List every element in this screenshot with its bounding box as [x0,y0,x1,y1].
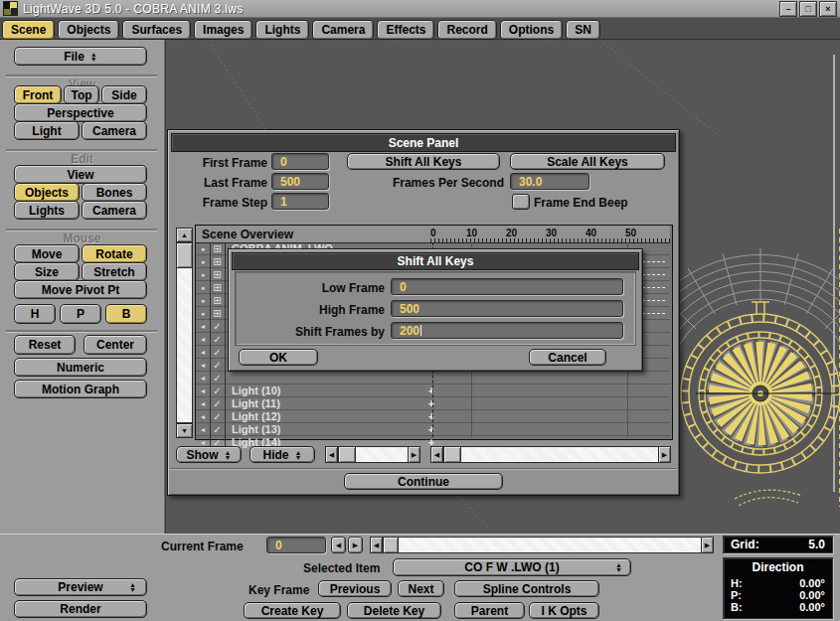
view-side-button[interactable]: Side [101,85,147,104]
bottom-toolbar: Current Frame 0 ◀ ▶ ◀ ▶ Grid: 5.0 Select… [0,534,840,621]
list-hscroll-thumb[interactable] [338,446,356,463]
divider [6,75,157,77]
low-frame-field[interactable]: 0 [391,278,623,295]
edit-bones-button[interactable]: Bones [82,183,147,202]
shift-dialog-title[interactable]: Shift All Keys [232,252,639,270]
view-perspective-button[interactable]: Perspective [14,103,147,122]
show-menu-button[interactable]: Show ▲▼ [176,446,242,463]
continue-button[interactable]: Continue [344,473,503,490]
tab-effects[interactable]: Effects [377,20,434,40]
edit-view-button[interactable]: View [14,165,147,184]
frame-slider-thumb[interactable] [383,537,399,553]
vertical-scrollbar-thumb[interactable] [176,242,193,268]
ruler-tick-40: 40 [586,228,596,238]
view-camera-button[interactable]: Camera [82,121,147,140]
spline-controls-button[interactable]: Spline Controls [454,580,599,597]
track-hscroll-track[interactable] [430,446,671,463]
list-hscroll-right[interactable]: ▶ [408,446,420,463]
scroll-down-button[interactable]: ▼ [176,423,193,438]
fps-label: Frames Per Second [367,176,504,190]
edit-lights-button[interactable]: Lights [14,201,80,220]
scale-all-keys-button[interactable]: Scale All Keys [510,153,665,170]
center-button[interactable]: Center [84,335,147,355]
frame-slider-track[interactable] [370,537,714,553]
mouse-rotate-button[interactable]: Rotate [82,244,147,263]
next-key-button[interactable]: Next [398,580,444,597]
spinner-icon: ▲▼ [129,582,136,592]
frame-forward-button[interactable]: ▶ [348,537,363,553]
track-hscroll-thumb[interactable] [443,446,461,463]
last-frame-field[interactable]: 500 [271,173,329,190]
light-row-label[interactable]: Light (12) [232,410,281,423]
move-pivot-button[interactable]: Move Pivot Pt [14,280,147,299]
tab-scene[interactable]: Scene [2,20,55,40]
track-hscroll-right[interactable]: ▶ [658,446,671,463]
show-label: Show [187,448,219,462]
list-hscroll-left[interactable]: ◀ [325,446,338,463]
mouse-stretch-button[interactable]: Stretch [82,262,147,281]
track-hscroll-left[interactable]: ◀ [430,446,443,463]
close-button[interactable]: × [819,1,837,17]
view-light-button[interactable]: Light [14,121,80,140]
frame-slider-left[interactable]: ◀ [370,537,383,553]
vertical-scrollbar-track[interactable] [176,242,193,423]
tab-sn[interactable]: SN [566,20,600,40]
bank-button[interactable]: B [105,304,147,324]
scroll-up-button[interactable]: ▲ [176,228,193,242]
cancel-button[interactable]: Cancel [529,349,606,366]
selected-item-dropdown[interactable]: CO F W .LWO (1) ▲▼ [393,558,631,576]
create-key-button[interactable]: Create Key [244,602,341,619]
first-frame-field[interactable]: 0 [271,153,329,170]
maximize-button[interactable]: □ [799,1,817,17]
titlebar[interactable]: LightWave 3D 5.0 - COBRA ANIM 3.lws – □ … [0,0,840,18]
shift-all-keys-button[interactable]: Shift All Keys [347,153,500,170]
selected-item-label: Selected Item [303,561,380,575]
tab-lights[interactable]: Lights [255,20,309,40]
mouse-size-button[interactable]: Size [14,262,80,281]
tab-objects[interactable]: Objects [58,20,119,40]
light-row-label[interactable]: Light (11) [232,397,280,410]
pitch-button[interactable]: P [60,304,101,324]
mouse-move-button[interactable]: Move [14,244,80,263]
numeric-button[interactable]: Numeric [14,358,147,377]
tab-record[interactable]: Record [437,20,496,40]
hide-menu-button[interactable]: Hide ▲▼ [250,446,315,463]
tab-surfaces[interactable]: Surfaces [122,20,191,40]
reset-button[interactable]: Reset [14,335,76,355]
edit-objects-button[interactable]: Objects [14,183,80,202]
motion-graph-button[interactable]: Motion Graph [14,380,147,398]
ok-button[interactable]: OK [239,349,318,366]
preview-menu-button[interactable]: Preview ▲▼ [14,578,147,596]
light-row-label[interactable]: Light (10) [232,385,281,397]
frame-back-button[interactable]: ◀ [331,537,346,553]
file-menu-button[interactable]: File ▲▼ [14,47,147,66]
object-icon: ● [196,268,211,281]
frame-slider-right[interactable]: ▶ [701,537,714,553]
high-frame-field[interactable]: 500 [391,300,623,317]
tab-images[interactable]: Images [194,20,252,40]
current-frame-field[interactable]: 0 [266,537,326,553]
current-frame-label: Current Frame [161,540,244,553]
view-top-button[interactable]: Top [64,85,99,104]
fps-field[interactable]: 30.0 [510,173,589,190]
render-button[interactable]: Render [14,600,147,618]
minimize-button[interactable]: – [779,1,797,17]
spinner-icon: ▲▼ [90,52,97,62]
frame-step-field[interactable]: 1 [271,193,329,210]
tab-options[interactable]: Options [500,20,563,40]
delete-key-button[interactable]: Delete Key [347,602,441,619]
scene-panel-title[interactable]: Scene Panel [171,133,676,152]
ik-options-button[interactable]: I K Opts [529,602,599,619]
previous-key-button[interactable]: Previous [318,580,392,597]
shift-frames-by-label: Shift Frames by [236,325,385,339]
light-icon: ◄ [196,410,211,423]
frame-end-beep-checkbox[interactable] [512,194,530,210]
heading-button[interactable]: H [14,304,56,324]
object-icon: ● [196,294,211,307]
light-row-label[interactable]: Light (13) [232,423,281,436]
parent-button[interactable]: Parent [454,602,525,619]
shift-frames-by-field[interactable]: 200 [391,322,623,339]
tab-camera[interactable]: Camera [312,20,374,40]
view-front-button[interactable]: Front [14,85,62,104]
edit-camera-button[interactable]: Camera [82,201,147,220]
